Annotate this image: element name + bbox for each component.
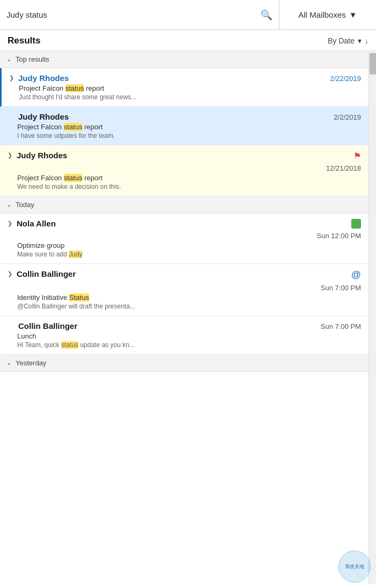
email-item-top: Judy Rhodes 2/2/2019 — [8, 112, 361, 121]
subject-text: Project Falcon — [17, 174, 64, 182]
email-subject: Optimize group — [8, 241, 361, 249]
sender-name: Judy Rhodes — [18, 112, 69, 121]
email-date: 2/2/2019 — [334, 113, 361, 121]
icon-area: @ Sun 7:00 PM — [321, 269, 361, 292]
email-date: 2/22/2019 — [330, 75, 361, 83]
highlight: Status — [69, 293, 89, 302]
scrollbar-thumb[interactable] — [370, 53, 376, 75]
section-label: Yesterday — [16, 359, 46, 367]
expand-arrow[interactable]: ❯ — [8, 220, 12, 227]
email-subject: Lunch — [8, 332, 361, 340]
email-subject: Project Falcon status report — [8, 123, 361, 131]
subject-text: Identity Initiative — [17, 293, 69, 302]
email-item-top: ❯ Judy Rhodes ⚑ 12/21/2018 — [8, 151, 361, 172]
preview-text: We need to make a decision on this. — [17, 183, 121, 190]
sender-name: Collin Ballinger — [18, 321, 77, 330]
email-item-top: ❯ Collin Ballinger @ Sun 7:00 PM — [8, 269, 361, 292]
expand-arrow[interactable]: ❯ — [8, 270, 12, 277]
section-label: Top results — [16, 55, 49, 63]
email-item[interactable]: ❯ Nola Allen Sun 12:00 PM Optimize group… — [0, 214, 368, 264]
preview-text: Just thought I'd share some great news..… — [19, 93, 136, 101]
email-item[interactable]: Collin Ballinger Sun 7:00 PM Lunch Hi Te… — [0, 316, 368, 355]
highlight: status — [64, 123, 83, 131]
sender-name: Collin Ballinger — [17, 269, 76, 278]
expand-arrow[interactable]: ❯ — [8, 152, 12, 159]
search-bar: 🔍 All Mailboxes ▼ — [0, 0, 376, 30]
section-header-top-results[interactable]: ⌄Top results — [0, 51, 368, 68]
section-label: Today — [16, 201, 34, 209]
sender-row: ❯ Judy Rhodes — [9, 74, 69, 83]
icon-area: 2/22/2019 — [330, 74, 361, 83]
preview-text: Hi Team, quick — [17, 341, 61, 349]
watermark: 系统天地 — [338, 550, 371, 583]
sender-name: Judy Rhodes — [18, 74, 69, 83]
search-input-area[interactable]: 🔍 — [0, 0, 279, 30]
scrollbar-track[interactable] — [368, 51, 376, 584]
at-mention-icon: @ — [351, 269, 361, 281]
subject-text: Project Falcon — [19, 84, 66, 92]
email-item[interactable]: ❯ Judy Rhodes ⚑ 12/21/2018 Project Falco… — [0, 145, 368, 196]
section-chevron: ⌄ — [6, 359, 11, 366]
sort-label: By Date — [328, 36, 355, 45]
subject-text: Project Falcon — [17, 123, 64, 131]
subject-text: report — [82, 174, 103, 182]
sender-row: ❯ Nola Allen — [8, 219, 56, 228]
sort-area[interactable]: By Date ▾ ↓ — [328, 36, 368, 45]
section-chevron: ⌄ — [6, 56, 11, 63]
email-date: Sun 7:00 PM — [321, 322, 361, 330]
icon-area: ⚑ 12/21/2018 — [326, 151, 361, 172]
email-list: ⌄Top results ❯ Judy Rhodes 2/22/2019 Pro… — [0, 51, 368, 584]
icon-area: Sun 7:00 PM — [321, 321, 361, 330]
preview-text: Make sure to add — [17, 251, 69, 258]
flag-icon: ⚑ — [353, 151, 361, 161]
subject-text: Lunch — [17, 332, 36, 340]
sender-name: Nola Allen — [17, 219, 56, 228]
section-header-today[interactable]: ⌄Today — [0, 196, 368, 214]
email-subject: Project Falcon status report — [9, 84, 361, 92]
email-date: 12/21/2018 — [326, 164, 361, 172]
expand-arrow[interactable]: ❯ — [9, 75, 14, 82]
email-subject: Project Falcon status report — [8, 174, 361, 182]
calendar-icon — [351, 219, 361, 229]
email-preview: We need to make a decision on this. — [8, 183, 361, 190]
email-date: Sun 7:00 PM — [321, 284, 361, 292]
highlight: status — [64, 174, 83, 182]
mailbox-label: All Mailboxes — [298, 10, 345, 19]
highlight: status — [66, 84, 84, 92]
preview-text: I have some udpates for the team. — [17, 132, 115, 139]
email-item[interactable]: ❯ Collin Ballinger @ Sun 7:00 PM Identit… — [0, 264, 368, 316]
email-preview: Hi Team, quick status update as you kn..… — [8, 341, 361, 349]
email-date: Sun 12:00 PM — [317, 232, 361, 240]
content-area: ⌄Top results ❯ Judy Rhodes 2/22/2019 Pro… — [0, 51, 376, 584]
email-item-top: ❯ Nola Allen Sun 12:00 PM — [8, 219, 361, 240]
mailbox-chevron: ▼ — [349, 10, 357, 19]
icon-area: 2/2/2019 — [334, 112, 361, 121]
sender-row: ❯ Collin Ballinger — [8, 269, 76, 278]
section-chevron: ⌄ — [6, 201, 11, 208]
results-title: Results — [8, 35, 40, 46]
subject-text: Optimize group — [17, 241, 64, 249]
email-item[interactable]: Judy Rhodes 2/2/2019 Project Falcon stat… — [0, 107, 368, 145]
preview-text: update as you kn... — [78, 341, 135, 349]
email-preview: I have some udpates for the team. — [8, 132, 361, 139]
highlight: Judy — [69, 251, 82, 258]
preview-text: @Collin Ballinger will draft the present… — [17, 303, 135, 310]
section-header-yesterday[interactable]: ⌄Yesterday — [0, 355, 368, 372]
search-icon: 🔍 — [261, 9, 272, 21]
email-subject: Identity Initiative Status — [8, 293, 361, 302]
sort-direction-icon: ↓ — [365, 36, 368, 45]
email-preview: Just thought I'd share some great news..… — [9, 93, 361, 101]
email-item-top: Collin Ballinger Sun 7:00 PM — [8, 321, 361, 330]
icon-area: Sun 12:00 PM — [317, 219, 361, 240]
subject-text: report — [84, 84, 104, 92]
mailbox-selector[interactable]: All Mailboxes ▼ — [279, 0, 376, 30]
sort-chevron-icon: ▾ — [358, 36, 361, 45]
sender-row: Judy Rhodes — [8, 112, 69, 121]
email-preview: @Collin Ballinger will draft the present… — [8, 303, 361, 310]
sender-row: Collin Ballinger — [8, 321, 77, 330]
email-item[interactable]: ❯ Judy Rhodes 2/22/2019 Project Falcon s… — [0, 68, 368, 107]
email-item-top: ❯ Judy Rhodes 2/22/2019 — [9, 74, 361, 83]
results-header: Results By Date ▾ ↓ — [0, 30, 376, 51]
search-input[interactable] — [6, 10, 256, 19]
email-preview: Make sure to add Judy — [8, 251, 361, 258]
